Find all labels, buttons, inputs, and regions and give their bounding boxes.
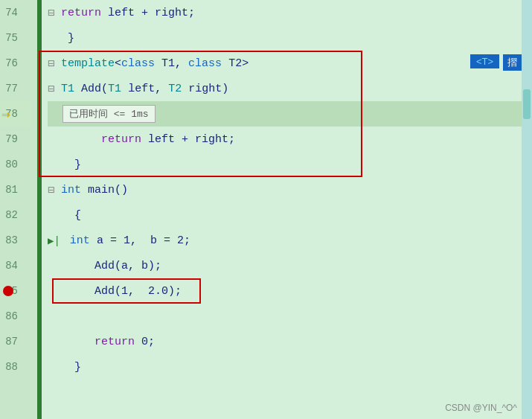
- code-indent-83: [63, 234, 70, 247]
- watermark-text: CSDN @YIN_^O^: [445, 403, 517, 413]
- gutter-row-82: 82: [0, 202, 31, 228]
- code-line-78: { 已用时间 <= 1ms: [48, 101, 522, 127]
- line-number-88: 88: [0, 361, 21, 373]
- line-number-84: 84: [0, 260, 21, 272]
- code-text-76c: T2>: [222, 57, 249, 70]
- line-number-74: 74: [0, 7, 21, 19]
- code-text-76b: T1,: [155, 57, 188, 70]
- return-keyword-87: return: [94, 336, 135, 348]
- line-number-77: 77: [0, 83, 21, 95]
- code-line-77: ⊟ T1 Add ( T1 left, T2 right): [48, 76, 522, 101]
- gutter-row-87: 87: [0, 329, 31, 354]
- code-text-77a: [74, 83, 81, 95]
- gutter-row-74: 74: [0, 0, 31, 25]
- code-line-74: ⊟ return left + right;: [48, 0, 522, 25]
- template-t-icon: <T>: [476, 56, 493, 67]
- line-number-75: 75: [0, 32, 21, 44]
- code-line-82: {: [48, 202, 522, 228]
- param-type-77a: T1: [108, 83, 121, 95]
- code-text-74: left + right;: [101, 7, 195, 19]
- add-func-85: Add: [94, 285, 115, 298]
- code-text-88: }: [48, 361, 81, 374]
- int-keyword-81: int: [61, 184, 81, 196]
- execution-tooltip: 已用时间 <= 1ms: [63, 105, 156, 123]
- step-arrow-icon: ▶|: [48, 234, 60, 247]
- line-number-86: 86: [0, 310, 21, 322]
- code-area: ⊟ return left + right; } ⊟ template<clas…: [42, 0, 522, 419]
- code-text-84: [48, 260, 94, 272]
- func-name-77: Add: [81, 83, 101, 95]
- code-line-88: }: [48, 354, 522, 380]
- execution-arrow-icon: ⇒: [1, 105, 10, 124]
- code-indent-79: [48, 133, 101, 146]
- gutter-row-83: 83: [0, 228, 31, 253]
- code-line-79: return left + right;: [48, 127, 522, 152]
- code-text-77b: (: [101, 83, 108, 95]
- gutter-row-84: 84: [0, 253, 31, 278]
- gutter-row-80: 80: [0, 152, 31, 177]
- breakpoint-dot-icon[interactable]: [3, 286, 13, 296]
- gutter-row-81: 81: [0, 177, 31, 202]
- gutter-row-86: 86: [0, 304, 31, 329]
- return-type-77: T1: [61, 83, 74, 95]
- line-number-79: 79: [0, 133, 21, 145]
- code-text-84b: (a, b);: [115, 260, 161, 272]
- code-line-81: ⊟ int main(): [48, 177, 522, 202]
- gutter-row-75: 75: [0, 25, 31, 51]
- gutter-row-77: 77: [0, 76, 31, 101]
- code-text-83: a = 1, b = 2;: [90, 234, 190, 247]
- code-line-83: ▶| int a = 1, b = 2;: [48, 228, 522, 253]
- param-type-77b: T2: [168, 83, 182, 95]
- fold-label: 摺: [507, 56, 517, 69]
- int-keyword-83: int: [70, 234, 90, 247]
- class-keyword-76a: class: [121, 57, 155, 70]
- code-text-85b: (1, 2.0);: [115, 285, 182, 298]
- line-number-81: 81: [0, 184, 21, 196]
- code-text-77d: right): [182, 83, 228, 95]
- editor-container: 74 75 76 77 ⇒ 78 79 80 81: [0, 0, 532, 419]
- code-text-87b: 0;: [135, 336, 155, 348]
- code-text-76a: <: [115, 57, 121, 70]
- code-text-80: }: [48, 159, 81, 171]
- code-text-86: [48, 310, 54, 323]
- add-func-84: Add: [94, 260, 115, 272]
- line-number-76: 76: [0, 57, 21, 69]
- vertical-scrollbar[interactable]: [522, 0, 532, 419]
- return-keyword-74: return: [61, 7, 101, 19]
- gutter-row-78: ⇒ 78: [0, 101, 31, 127]
- code-text-85a: [48, 285, 94, 298]
- return-keyword-79: return: [101, 133, 141, 146]
- class-keyword-76b: class: [188, 57, 222, 70]
- gutter-row-85: 85: [0, 278, 31, 304]
- code-text-82: {: [48, 209, 81, 222]
- code-text-87a: [48, 336, 94, 348]
- gutter-row-76: 76: [0, 51, 31, 76]
- gutter-row-79: 79: [0, 127, 31, 152]
- main-text-81: main(): [81, 184, 128, 196]
- code-line-80: }: [48, 152, 522, 177]
- code-line-75: }: [48, 25, 522, 51]
- line-gutter: 74 75 76 77 ⇒ 78 79 80 81: [0, 0, 37, 419]
- code-text-77c: left,: [121, 83, 168, 95]
- code-line-86: [48, 304, 522, 329]
- code-line-84: Add (a, b);: [48, 253, 522, 278]
- code-text-79: left + right;: [141, 133, 235, 146]
- code-line-87: return 0;: [48, 329, 522, 354]
- code-line-85: Add (1, 2.0);: [48, 278, 522, 304]
- template-tag-button[interactable]: <T>: [470, 54, 499, 68]
- code-line-76: ⊟ template<class T1, class T2> <T> 摺: [48, 51, 522, 76]
- gutter-row-88: 88: [0, 354, 31, 380]
- line-number-80: 80: [0, 159, 21, 170]
- scroll-thumb[interactable]: [523, 89, 531, 119]
- code-text-75: }: [48, 32, 74, 45]
- template-keyword-76: template: [61, 57, 115, 70]
- fold-button[interactable]: 摺: [503, 54, 522, 71]
- line-number-82: 82: [0, 209, 21, 221]
- line-number-83: 83: [0, 234, 21, 246]
- line-number-87: 87: [0, 336, 21, 348]
